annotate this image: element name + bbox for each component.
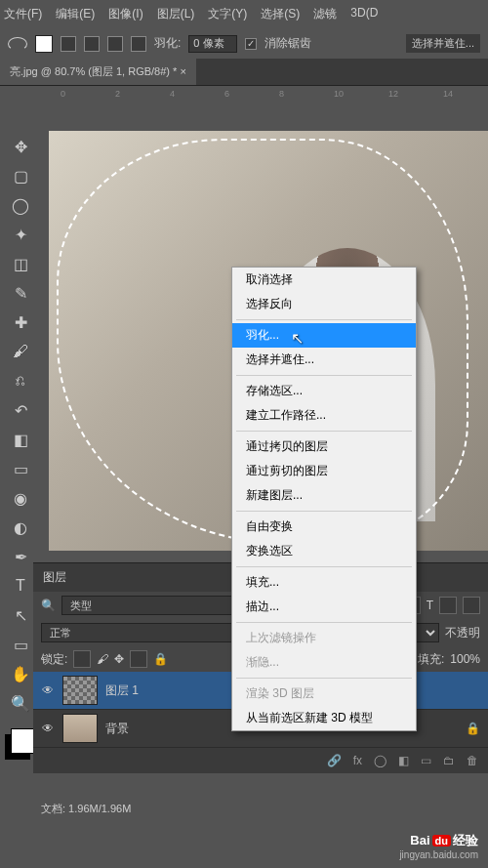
close-icon[interactable]: × xyxy=(180,65,185,77)
layer-name[interactable]: 背景 xyxy=(105,721,129,737)
ruler-tick: 2 xyxy=(115,89,120,99)
watermark: Baidu经验 jingyan.baidu.com xyxy=(399,832,478,860)
context-menu-item[interactable]: 存储选区... xyxy=(232,379,416,403)
context-menu: 取消选择选择反向羽化...选择并遮住...存储选区...建立工作路径...通过拷… xyxy=(231,267,417,731)
ruler-tick: 12 xyxy=(388,89,398,99)
menu-separator xyxy=(236,566,412,567)
crop-tool[interactable]: ◫ xyxy=(9,252,32,275)
type-filter-icon[interactable]: T xyxy=(427,599,433,612)
menu-separator xyxy=(236,678,412,679)
ruler-tick: 4 xyxy=(170,89,175,99)
lock-icon: 🔒 xyxy=(466,722,480,735)
menu-bar: 文件(F)编辑(E)图像(I)图层(L)文字(Y)选择(S)滤镜3D(D xyxy=(0,0,488,28)
ruler-tick: 0 xyxy=(61,89,65,99)
filter-smart-icon[interactable] xyxy=(463,597,480,614)
panel-foot-button[interactable]: ◧ xyxy=(398,754,409,767)
panel-foot-button[interactable]: ◯ xyxy=(374,754,386,767)
status-bar: 文档: 1.96M/1.96M xyxy=(33,799,139,819)
antialias-label: 消除锯齿 xyxy=(264,35,311,52)
heal-tool[interactable]: ✚ xyxy=(9,310,32,334)
visibility-icon[interactable]: 👁 xyxy=(41,683,55,697)
select-and-mask-button[interactable]: 选择并遮住... xyxy=(406,34,480,53)
menu-item[interactable]: 文字(Y) xyxy=(208,6,247,22)
lasso-icon[interactable] xyxy=(8,37,27,51)
path-tool[interactable]: ↖ xyxy=(9,603,32,627)
lock-trans-icon[interactable] xyxy=(73,650,91,668)
lock-brush-icon[interactable]: 🖌 xyxy=(97,652,108,666)
panel-foot-button[interactable]: 🗀 xyxy=(443,754,455,767)
antialias-checkbox[interactable]: ✓ xyxy=(245,38,257,50)
options-bar: 羽化: ✓ 消除锯齿 选择并遮住... xyxy=(0,28,488,59)
lock-label: 锁定: xyxy=(41,651,67,668)
selection-subtract[interactable] xyxy=(107,36,123,52)
zoom-tool[interactable]: 🔍 xyxy=(9,691,32,715)
history-tool[interactable]: ↶ xyxy=(9,398,32,422)
blur-tool[interactable]: ◉ xyxy=(9,486,32,510)
context-menu-item[interactable]: 选择并遮住... xyxy=(232,348,416,372)
shape-tool[interactable]: ▭ xyxy=(9,633,32,656)
layer-thumb[interactable] xyxy=(62,676,98,705)
menu-item[interactable]: 3D(D xyxy=(350,6,378,22)
lock-all-icon[interactable]: 🔒 xyxy=(153,652,168,666)
ruler-horizontal: 02468101214 xyxy=(41,86,488,103)
menu-item[interactable]: 图层(L) xyxy=(157,6,195,22)
context-menu-item[interactable]: 描边... xyxy=(232,595,416,619)
ruler-tick: 6 xyxy=(224,89,229,99)
feather-input[interactable] xyxy=(188,35,237,53)
gradient-tool[interactable]: ▭ xyxy=(9,457,32,480)
type-tool[interactable]: T xyxy=(9,574,32,598)
panel-foot-button[interactable]: 🔗 xyxy=(327,754,342,767)
document-tab[interactable]: 亮.jpg @ 80.7% (图层 1, RGB/8#) * × xyxy=(0,59,196,85)
context-menu-item[interactable]: 建立工作路径... xyxy=(232,403,416,428)
selection-intersect[interactable] xyxy=(131,36,146,52)
context-menu-item[interactable]: 自由变换 xyxy=(232,515,416,539)
eraser-tool[interactable]: ◧ xyxy=(9,428,32,451)
lock-move-icon[interactable]: ✥ xyxy=(114,652,124,666)
stamp-tool[interactable]: ⎌ xyxy=(9,369,32,393)
panel-foot-button[interactable]: fx xyxy=(353,754,362,767)
document-tab-bar: 亮.jpg @ 80.7% (图层 1, RGB/8#) * × xyxy=(0,59,488,86)
context-menu-item[interactable]: 选择反向 xyxy=(232,292,416,316)
context-menu-item: 渲染 3D 图层 xyxy=(232,682,416,706)
menu-separator xyxy=(236,319,412,320)
ruler-tick: 10 xyxy=(334,89,344,99)
wand-tool[interactable]: ✦ xyxy=(9,223,32,246)
marquee-tool[interactable]: ▢ xyxy=(9,164,32,187)
menu-item[interactable]: 选择(S) xyxy=(261,6,300,22)
fill-value[interactable]: 100% xyxy=(450,652,480,666)
ruler-tick: 8 xyxy=(279,89,284,99)
selection-add[interactable] xyxy=(84,36,100,52)
context-menu-item[interactable]: 通过剪切的图层 xyxy=(232,459,416,483)
foreground-swatch[interactable] xyxy=(35,35,53,53)
context-menu-item[interactable]: 取消选择 xyxy=(232,268,416,292)
feather-label: 羽化: xyxy=(154,35,181,52)
menu-item[interactable]: 编辑(E) xyxy=(56,6,95,22)
eyedrop-tool[interactable]: ✎ xyxy=(9,281,32,305)
context-menu-item[interactable]: 通过拷贝的图层 xyxy=(232,434,416,459)
menu-item[interactable]: 图像(I) xyxy=(108,6,142,22)
menu-separator xyxy=(236,511,412,512)
move-tool[interactable]: ✥ xyxy=(9,135,32,158)
context-menu-item: 上次滤镜操作 xyxy=(232,626,416,650)
menu-item[interactable]: 滤镜 xyxy=(313,6,337,22)
selection-new[interactable] xyxy=(61,36,76,52)
context-menu-item[interactable]: 从当前选区新建 3D 模型 xyxy=(232,706,416,730)
pen-tool[interactable]: ✒ xyxy=(9,545,32,568)
filter-shape-icon[interactable] xyxy=(439,597,457,614)
lasso-tool[interactable]: ◯ xyxy=(9,193,32,217)
hand-tool[interactable]: ✋ xyxy=(9,662,32,685)
dodge-tool[interactable]: ◐ xyxy=(9,516,32,539)
context-menu-item[interactable]: 填充... xyxy=(232,570,416,595)
panel-footer: 🔗fx◯◧▭🗀🗑 xyxy=(33,748,488,773)
layer-thumb[interactable] xyxy=(62,714,98,743)
panel-foot-button[interactable]: 🗑 xyxy=(467,754,478,767)
lock-artboard-icon[interactable] xyxy=(130,650,147,668)
context-menu-item[interactable]: 新建图层... xyxy=(232,483,416,508)
visibility-icon[interactable]: 👁 xyxy=(41,722,55,735)
panel-foot-button[interactable]: ▭ xyxy=(421,754,431,767)
brush-tool[interactable]: 🖌 xyxy=(9,340,32,363)
menu-item[interactable]: 文件(F) xyxy=(4,6,42,22)
context-menu-item[interactable]: 变换选区 xyxy=(232,539,416,563)
context-menu-item[interactable]: 羽化... xyxy=(232,323,416,348)
layer-name[interactable]: 图层 1 xyxy=(105,682,139,699)
